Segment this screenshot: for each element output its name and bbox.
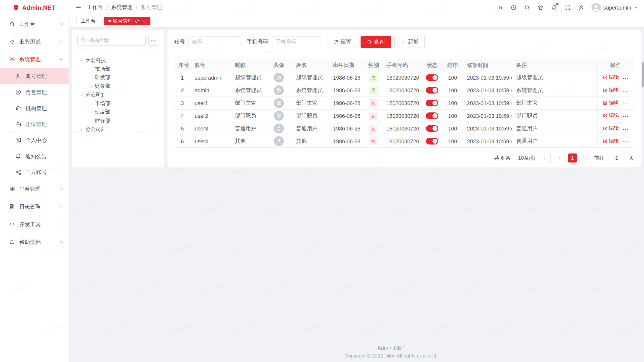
cell-name: 普通用户 <box>292 122 329 135</box>
breadcrumb-item[interactable]: 工作台 <box>87 4 103 11</box>
tree-node[interactable]: 大名科技 <box>77 56 159 65</box>
table-row: 2admin系统管理员系系统管理员1986-06-28男180200307201… <box>174 84 634 97</box>
edit-button[interactable]: 编辑 <box>603 125 619 132</box>
cell-no: 3 <box>174 97 190 109</box>
scrollbar-thumb[interactable] <box>642 62 643 87</box>
tree-node[interactable]: 分公司1 <box>77 91 159 99</box>
tree-node[interactable]: 市场部 <box>77 99 159 108</box>
cell-gender: 男 <box>364 84 382 97</box>
row-more-button[interactable]: ··· <box>623 114 629 119</box>
chevron-down-icon <box>634 4 638 11</box>
edit-button[interactable]: 编辑 <box>603 138 619 145</box>
breadcrumb-item[interactable]: 系统管理 <box>111 4 133 11</box>
page-size-select[interactable]: 10条/页 <box>514 153 551 163</box>
sidebar-item-help-docs[interactable]: 帮助文档 <box>0 233 69 251</box>
tree-node[interactable]: 财务部 <box>77 82 159 91</box>
phone-filter-label: 手机号码 <box>247 38 268 46</box>
tab-account-management[interactable]: 账号管理 <box>104 17 150 25</box>
cell-nick: 部门职员 <box>231 109 266 122</box>
tab-workbench[interactable]: 工作台 <box>76 17 100 25</box>
status-toggle[interactable] <box>426 113 438 119</box>
cell-modified: 2023-01-03 10:59:44 <box>463 135 512 148</box>
phone-filter-input[interactable] <box>272 36 321 47</box>
cell-nick: 系统管理员 <box>231 84 266 97</box>
tree-node[interactable]: 研发部 <box>77 73 159 82</box>
status-toggle[interactable] <box>426 87 438 94</box>
tree-node[interactable]: 分公司2 <box>77 125 159 134</box>
edit-button[interactable]: 编辑 <box>603 74 619 81</box>
profile-icon <box>15 137 21 143</box>
user-menu[interactable]: superadmin <box>591 3 638 12</box>
caret-spacer <box>89 76 93 80</box>
status-toggle[interactable] <box>426 138 438 145</box>
add-button[interactable]: 新增 <box>394 36 425 48</box>
row-more-button[interactable]: ··· <box>623 75 629 81</box>
font-size-icon[interactable] <box>497 4 503 11</box>
goto-page-input[interactable] <box>609 153 625 163</box>
edit-button[interactable]: 编辑 <box>603 100 619 107</box>
sidebar-item-notice[interactable]: 通知公告 <box>0 148 69 164</box>
search-icon[interactable] <box>524 4 530 11</box>
sidebar-item-account-management[interactable]: 账号管理 <box>0 68 69 84</box>
sidebar-item-workbench[interactable]: 工作台 <box>0 15 69 33</box>
code-icon <box>9 221 15 227</box>
gender-badge: 女 <box>369 125 378 132</box>
prev-page-button[interactable] <box>555 154 564 163</box>
cell-status <box>422 135 442 148</box>
sidebar-item-role-management[interactable]: 角色管理 <box>0 84 69 100</box>
current-page-button[interactable]: 1 <box>568 154 577 163</box>
tree-node[interactable]: 研发部 <box>77 108 159 116</box>
org-search-input[interactable] <box>77 35 146 46</box>
sidebar-item-personal-center[interactable]: 个人中心 <box>0 132 69 148</box>
reset-button[interactable]: 重置 <box>327 36 357 48</box>
column-header: 排序 <box>442 59 463 71</box>
theme-icon[interactable] <box>537 4 544 11</box>
edit-button[interactable]: 编辑 <box>603 112 619 119</box>
menu-collapse-icon[interactable] <box>75 4 81 11</box>
org-more-button[interactable]: ··· <box>148 35 159 46</box>
avatar: 系 <box>274 85 284 95</box>
row-more-button[interactable]: ··· <box>623 126 629 132</box>
sidebar-item-system-management[interactable]: 系统管理 <box>0 51 69 68</box>
notification-bell-icon[interactable] <box>551 4 557 11</box>
edit-button[interactable]: 编辑 <box>603 87 619 94</box>
cell-order: 100 <box>442 122 463 135</box>
tree-node[interactable]: 市场部 <box>77 65 159 73</box>
caret-icon <box>80 93 84 97</box>
sidebar-item-dev-tools[interactable]: 开发工具 <box>0 215 69 233</box>
table-header-row: 序号账号昵称头像姓名出生日期性别手机号码状态排序修改时间备注操作 <box>174 59 634 71</box>
org-tree: 大名科技市场部研发部财务部分公司1市场部研发部财务部分公司2 <box>77 56 159 134</box>
caret-icon <box>80 127 84 131</box>
account-filter-input[interactable] <box>188 36 241 47</box>
language-icon[interactable] <box>510 4 517 11</box>
cell-birth: 1986-06-28 <box>329 122 364 135</box>
search-button[interactable]: 查询 <box>360 36 391 48</box>
cell-gender: 男 <box>364 71 382 84</box>
next-page-button[interactable] <box>581 154 590 163</box>
row-more-button[interactable]: ··· <box>623 139 629 145</box>
sidebar-item-position-management[interactable]: 职位管理 <box>0 116 69 132</box>
tree-node[interactable]: 财务部 <box>77 117 159 125</box>
tab-close-icon[interactable] <box>141 19 146 23</box>
cell-status <box>422 84 442 97</box>
sidebar-item-org-management[interactable]: 机构管理 <box>0 100 69 116</box>
cell-remark: 系统管理员 <box>512 84 597 97</box>
sidebar-item-business-test[interactable]: 业务测试 <box>0 33 69 51</box>
column-header: 操作 <box>597 59 634 71</box>
row-more-button[interactable]: ··· <box>623 101 629 107</box>
status-toggle[interactable] <box>426 74 438 81</box>
globe-icon <box>510 4 516 10</box>
status-toggle[interactable] <box>426 125 438 132</box>
fullscreen-icon[interactable] <box>564 4 571 11</box>
cell-name: 超级管理员 <box>292 71 329 84</box>
row-more-button[interactable]: ··· <box>623 88 629 94</box>
total-count: 共 6 条 <box>494 155 510 162</box>
column-header: 修改时间 <box>463 59 512 71</box>
status-toggle[interactable] <box>426 100 438 106</box>
sidebar-item-third-party-account[interactable]: 三方账号 <box>0 164 69 180</box>
tab-refresh-icon[interactable] <box>135 19 139 23</box>
accounts-table: 序号账号昵称头像姓名出生日期性别手机号码状态排序修改时间备注操作 1supera… <box>174 59 634 148</box>
sidebar-item-platform-management[interactable]: 平台管理 <box>0 180 69 198</box>
account-icon[interactable] <box>578 4 584 11</box>
sidebar-item-log-management[interactable]: 日志管理 <box>0 198 69 215</box>
